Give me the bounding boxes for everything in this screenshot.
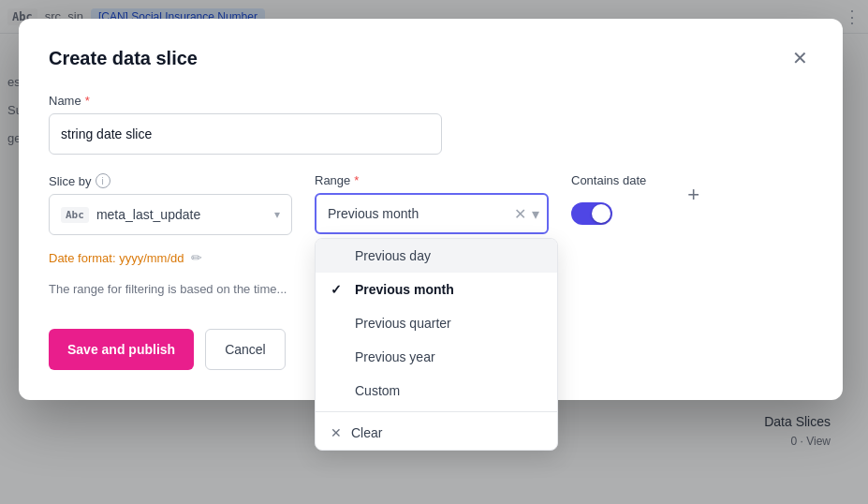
abc-badge: Abc	[61, 207, 89, 223]
name-form-group: Name *	[49, 94, 813, 155]
clear-x-icon: ✕	[331, 425, 342, 440]
previous-year-label: Previous year	[355, 349, 435, 364]
dropdown-item-previous-day[interactable]: ✓ Previous day	[316, 239, 557, 273]
plus-container: +	[669, 173, 699, 211]
range-controls: ✕ ▾	[514, 205, 539, 223]
range-chevron-icon[interactable]: ▾	[532, 205, 539, 223]
contains-date-label: Contains date	[571, 173, 646, 187]
toggle-knob	[592, 204, 611, 223]
slice-by-group: Slice by i Abc meta_last_update ▾	[49, 173, 292, 235]
dropdown-item-previous-year[interactable]: ✓ Previous year	[316, 340, 557, 374]
create-data-slice-modal: Create data slice ✕ Name * Slice by i Ab…	[19, 19, 843, 400]
modal-title: Create data slice	[49, 48, 198, 69]
slice-by-select[interactable]: Abc meta_last_update ▾	[49, 194, 292, 235]
range-dropdown: ✓ Previous day ✓ Previous month ✓ Previo…	[315, 238, 558, 451]
close-button[interactable]: ✕	[787, 45, 813, 71]
edit-date-format-icon[interactable]: ✏	[191, 250, 202, 265]
custom-label: Custom	[355, 383, 400, 398]
save-and-publish-button[interactable]: Save and publish	[49, 329, 194, 370]
slice-by-inner: Abc meta_last_update	[61, 207, 200, 223]
contains-date-group: Contains date	[571, 173, 646, 225]
dropdown-divider	[316, 411, 557, 412]
modal-header: Create data slice ✕	[49, 45, 813, 71]
previous-month-check: ✓	[331, 282, 346, 297]
clear-label: Clear	[351, 425, 382, 440]
slice-by-chevron-icon: ▾	[274, 208, 280, 221]
name-label: Name *	[49, 94, 813, 108]
dropdown-clear[interactable]: ✕ Clear	[316, 416, 557, 450]
form-row: Slice by i Abc meta_last_update ▾ Range …	[49, 173, 813, 235]
previous-day-label: Previous day	[355, 248, 431, 263]
previous-quarter-label: Previous quarter	[355, 316, 451, 331]
slice-by-label: Slice by i	[49, 173, 292, 188]
add-condition-button[interactable]: +	[687, 183, 699, 207]
range-label: Range *	[315, 173, 549, 187]
slice-by-info-icon[interactable]: i	[96, 173, 110, 188]
dropdown-item-custom[interactable]: ✓ Custom	[316, 374, 557, 408]
dropdown-item-previous-month[interactable]: ✓ Previous month	[316, 273, 557, 306]
range-select[interactable]: Previous month ✕ ▾	[315, 193, 549, 234]
name-input[interactable]	[49, 113, 442, 155]
name-required-star: *	[85, 94, 90, 108]
range-clear-icon[interactable]: ✕	[514, 205, 526, 223]
slice-by-value: meta_last_update	[96, 207, 200, 222]
previous-month-label: Previous month	[355, 282, 454, 297]
range-group: Range * Previous month ✕ ▾ ✓ Previous da…	[315, 173, 549, 234]
toggle-container	[571, 202, 646, 225]
date-format-text: Date format: yyyy/mm/dd	[49, 251, 184, 265]
cancel-button[interactable]: Cancel	[205, 329, 286, 370]
dropdown-item-previous-quarter[interactable]: ✓ Previous quarter	[316, 306, 557, 340]
range-value: Previous month	[328, 206, 419, 221]
range-required-star: *	[354, 173, 359, 187]
contains-date-toggle[interactable]	[571, 202, 612, 225]
